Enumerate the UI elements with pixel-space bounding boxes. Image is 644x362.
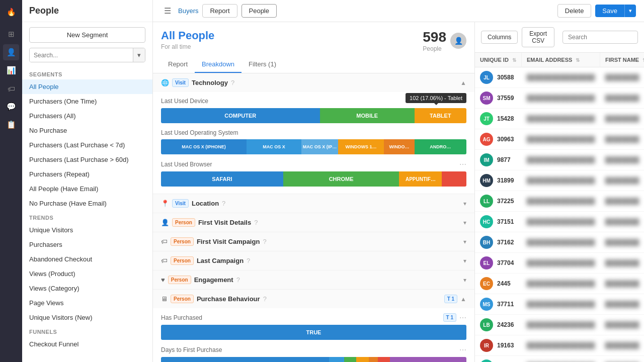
nav-item-views-product[interactable]: Views (Product) <box>22 266 152 281</box>
col-header-uid[interactable]: UNIQUE ID ⇅ <box>475 53 521 67</box>
sub-tab-filters[interactable]: Filters (1) <box>242 56 283 73</box>
cell-uid: BH 37162 <box>475 232 521 253</box>
cell-firstname: ████████ <box>600 150 644 170</box>
email-value: ████████████████ <box>526 321 595 328</box>
middle-panel: All People For all time 598 People 👤 Rep… <box>153 22 475 362</box>
cell-firstname: ████████ <box>600 294 644 315</box>
breadcrumb-buyers[interactable]: Buyers <box>178 5 198 17</box>
bar-tablet: TABLET <box>415 108 466 123</box>
tab-report[interactable]: Report <box>202 4 237 18</box>
nav-item-purchasers-repeat[interactable]: Purchasers (Repeat) <box>22 167 152 182</box>
nav-item-unique-visitors-new[interactable]: Unique Visitors (New) <box>22 310 152 325</box>
nav-title: People <box>29 6 59 16</box>
table-row[interactable]: JL 30588 ████████████████ ████████ █████… <box>475 67 644 88</box>
nav-icon-message[interactable]: 💬 <box>3 99 19 115</box>
nav-icon-tag[interactable]: 🏷 <box>3 80 19 97</box>
nav-item-page-views[interactable]: Page Views <box>22 296 152 310</box>
days-to-purchase-menu[interactable]: ⋯ <box>459 346 466 354</box>
segment-search-input[interactable] <box>30 49 133 62</box>
app-logo[interactable]: 🔥 <box>3 4 19 20</box>
firstname-value: ████████ <box>605 156 639 163</box>
nav-item-checkout-funnel[interactable]: Checkout Funnel <box>22 337 152 351</box>
last-campaign-header[interactable]: 🏷 Person Last Campaign ? ▾ <box>153 251 474 270</box>
firstname-value: ████████ <box>605 95 639 102</box>
columns-button[interactable]: Columns <box>481 31 518 44</box>
table-row[interactable]: MS 37711 ████████████████ ████████ █████… <box>475 294 644 315</box>
nav-item-views-category[interactable]: Views (Category) <box>22 281 152 296</box>
table-row[interactable]: SC 37441 ████████████████ ████████ █████… <box>475 356 644 363</box>
section-fvc: 🏷 Person First Visit Campaign ? ▾ <box>153 232 474 251</box>
email-value: ████████████████ <box>526 136 595 143</box>
row-avatar: JL <box>480 71 493 84</box>
nav-item-unique-visitors[interactable]: Unique Visitors <box>22 223 152 237</box>
table-row[interactable]: IM 9877 ████████████████ ████████ ██████… <box>475 150 644 170</box>
sub-tab-report[interactable]: Report <box>161 56 195 73</box>
segments-section-label: SEGMENTS <box>22 67 152 79</box>
firstname-value: ████████ <box>605 115 639 122</box>
table-row[interactable]: EL 37704 ████████████████ ████████ █████… <box>475 253 644 274</box>
table-row[interactable]: LB 24236 ████████████████ ████████ █████… <box>475 315 644 335</box>
cell-firstname: ████████ <box>600 232 644 253</box>
nav-item-abandoned-checkout[interactable]: Abandoned Checkout <box>22 252 152 266</box>
nav-icon-grid[interactable]: ⊞ <box>3 26 19 42</box>
nav-item-purchasers-trend[interactable]: Purchasers <box>22 237 152 252</box>
has-purchased-menu[interactable]: ⋯ <box>459 314 466 322</box>
has-purchased-label: Has Purchased T 1 ⋯ <box>161 313 466 322</box>
cell-uid: LB 24236 <box>475 315 521 335</box>
new-segment-button[interactable]: New Segment <box>29 27 145 43</box>
nav-item-purchasers-60d[interactable]: Purchasers (Last Purchase > 60d) <box>22 152 152 167</box>
nav-item-have-email[interactable]: All People (Have Email) <box>22 182 152 196</box>
location-title: Location <box>192 200 219 207</box>
col-header-firstname[interactable]: FIRST NAME ⇅ <box>600 53 644 67</box>
nav-item-purchasers-7d[interactable]: Purchasers (Last Purchase < 7d) <box>22 138 152 152</box>
engagement-header[interactable]: ♥ Person Engagement ? ▾ <box>153 270 474 289</box>
fvc-header[interactable]: 🏷 Person First Visit Campaign ? ▾ <box>153 232 474 251</box>
sub-tab-breakdown[interactable]: Breakdown <box>195 56 242 73</box>
search-dropdown-button[interactable]: ▾ <box>133 48 145 62</box>
table-row[interactable]: SM 37559 ████████████████ ████████ █████… <box>475 88 644 109</box>
email-value: ████████████████ <box>526 74 595 81</box>
delete-button[interactable]: Delete <box>557 4 592 18</box>
table-row[interactable]: JT 15428 ████████████████ ████████ █████… <box>475 109 644 129</box>
menu-icon[interactable]: ☰ <box>161 4 174 18</box>
export-csv-button[interactable]: Export CSV <box>522 27 554 47</box>
cell-email: ████████████████ <box>521 356 600 363</box>
nav-item-no-purchase[interactable]: No Purchase <box>22 123 152 138</box>
table-row[interactable]: IR 19163 ████████████████ ████████ █████… <box>475 335 644 356</box>
nav-item-no-purchase-email[interactable]: No Purchase (Have Email) <box>22 196 152 211</box>
nav-icon-people[interactable]: 👤 <box>3 44 19 60</box>
table-row[interactable]: BH 37162 ████████████████ ████████ █████… <box>475 232 644 253</box>
table-row[interactable]: EC 2445 ████████████████ ████████ ██████… <box>475 274 644 294</box>
nav-item-purchasers-all[interactable]: Purchasers (All) <box>22 109 152 123</box>
bar-day-67: 67… <box>378 357 390 362</box>
table-search-input[interactable] <box>562 31 638 44</box>
email-value: ████████████████ <box>526 95 595 102</box>
help-icon-fvc: ? <box>263 238 266 245</box>
save-button[interactable]: Save <box>595 5 624 17</box>
tag-icon-lc: 🏷 <box>161 257 168 264</box>
technology-header[interactable]: 🌐 Visit Technology ? ▲ <box>153 73 474 92</box>
purchase-behaviour-header[interactable]: 🖥 Person Purchase Behaviour ? T 1 ▲ <box>153 290 474 308</box>
table-row[interactable]: LL 37225 ████████████████ ████████ █████… <box>475 191 644 212</box>
table-row[interactable]: AG 30963 ████████████████ ████████ █████… <box>475 129 644 150</box>
table-row[interactable]: HM 31899 ████████████████ ████████ █████… <box>475 170 644 191</box>
col-header-email[interactable]: EMAIL ADDRESS ⇅ <box>521 53 600 67</box>
nav-item-purchasers-one-time[interactable]: Purchasers (One Time) <box>22 94 152 109</box>
location-header[interactable]: 📍 Visit Location ? ▾ <box>153 194 474 213</box>
nav-icon-chart[interactable]: 📊 <box>3 62 19 78</box>
email-value: ████████████████ <box>526 301 595 308</box>
heart-icon: ♥ <box>161 276 165 284</box>
browser-menu-icon[interactable]: ⋯ <box>459 160 466 168</box>
table-row[interactable]: HC 37151 ████████████████ ████████ █████… <box>475 212 644 232</box>
uid-value: 30588 <box>497 74 514 81</box>
device-menu-icon[interactable]: ⋯ <box>459 97 466 105</box>
save-dropdown-arrow[interactable]: ▾ <box>624 5 636 17</box>
nav-icon-list[interactable]: 📋 <box>3 117 19 133</box>
t-badge-has-purchased: T 1 <box>443 313 456 322</box>
first-visit-header[interactable]: 👤 Person First Visit Details ? ▾ <box>153 213 474 232</box>
nav-item-all-people[interactable]: All People <box>22 79 152 94</box>
save-button-group: Save ▾ <box>595 5 636 17</box>
tab-people[interactable]: People <box>242 4 277 18</box>
help-icon-eng: ? <box>236 276 240 284</box>
visit-badge: Visit <box>172 78 189 87</box>
